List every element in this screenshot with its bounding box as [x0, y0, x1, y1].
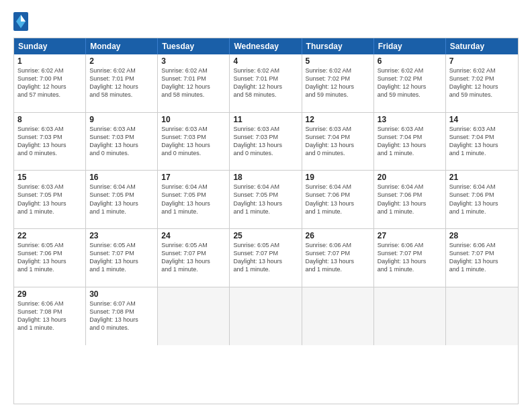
calendar-cell: 28Sunrise: 6:06 AM Sunset: 7:07 PM Dayli…	[446, 229, 518, 287]
cell-daylight-info: Sunrise: 6:03 AM Sunset: 7:03 PM Dayligh…	[89, 125, 154, 158]
calendar-cell: 3Sunrise: 6:02 AM Sunset: 7:01 PM Daylig…	[158, 54, 230, 112]
cell-daylight-info: Sunrise: 6:06 AM Sunset: 7:07 PM Dayligh…	[378, 241, 442, 274]
calendar-cell: 5Sunrise: 6:02 AM Sunset: 7:02 PM Daylig…	[302, 54, 374, 112]
calendar-cell: 16Sunrise: 6:04 AM Sunset: 7:05 PM Dayli…	[86, 171, 158, 228]
cell-daylight-info: Sunrise: 6:07 AM Sunset: 7:08 PM Dayligh…	[89, 300, 154, 332]
header-day-sunday: Sunday	[14, 38, 86, 54]
calendar-cell	[446, 287, 518, 346]
logo-icon	[13, 12, 28, 31]
cell-day-number: 23	[89, 231, 154, 240]
cell-daylight-info: Sunrise: 6:03 AM Sunset: 7:04 PM Dayligh…	[306, 125, 370, 158]
calendar-cell: 20Sunrise: 6:04 AM Sunset: 7:06 PM Dayli…	[374, 171, 446, 228]
cell-daylight-info: Sunrise: 6:03 AM Sunset: 7:03 PM Dayligh…	[17, 125, 82, 158]
cell-daylight-info: Sunrise: 6:02 AM Sunset: 7:01 PM Dayligh…	[161, 66, 226, 99]
cell-day-number: 12	[306, 115, 370, 124]
header-day-friday: Friday	[374, 38, 446, 54]
calendar-body: 1Sunrise: 6:02 AM Sunset: 7:00 PM Daylig…	[14, 54, 518, 404]
cell-daylight-info: Sunrise: 6:02 AM Sunset: 7:02 PM Dayligh…	[378, 66, 442, 99]
cell-day-number: 14	[449, 115, 515, 124]
calendar-cell	[302, 287, 374, 346]
cell-day-number: 24	[161, 231, 226, 240]
calendar-cell: 21Sunrise: 6:04 AM Sunset: 7:06 PM Dayli…	[446, 171, 518, 228]
cell-day-number: 6	[378, 56, 442, 66]
cell-daylight-info: Sunrise: 6:05 AM Sunset: 7:07 PM Dayligh…	[89, 241, 154, 274]
cell-day-number: 28	[449, 231, 515, 240]
cell-day-number: 15	[17, 173, 82, 182]
cell-daylight-info: Sunrise: 6:05 AM Sunset: 7:07 PM Dayligh…	[161, 241, 226, 274]
calendar: SundayMondayTuesdayWednesdayThursdayFrid…	[13, 38, 519, 404]
calendar-week-3: 15Sunrise: 6:03 AM Sunset: 7:05 PM Dayli…	[14, 171, 518, 229]
cell-day-number: 16	[89, 173, 154, 182]
cell-day-number: 3	[161, 56, 226, 66]
calendar-cell: 10Sunrise: 6:03 AM Sunset: 7:03 PM Dayli…	[158, 113, 230, 171]
cell-daylight-info: Sunrise: 6:02 AM Sunset: 7:01 PM Dayligh…	[233, 66, 298, 99]
calendar-header: SundayMondayTuesdayWednesdayThursdayFrid…	[14, 38, 518, 54]
cell-day-number: 17	[161, 173, 226, 182]
cell-day-number: 19	[306, 173, 370, 182]
calendar-cell: 23Sunrise: 6:05 AM Sunset: 7:07 PM Dayli…	[86, 229, 158, 287]
cell-day-number: 21	[449, 173, 515, 182]
cell-day-number: 18	[233, 173, 298, 182]
cell-day-number: 27	[378, 231, 442, 240]
calendar-cell: 14Sunrise: 6:03 AM Sunset: 7:04 PM Dayli…	[446, 113, 518, 171]
cell-daylight-info: Sunrise: 6:02 AM Sunset: 7:01 PM Dayligh…	[89, 66, 154, 99]
cell-daylight-info: Sunrise: 6:04 AM Sunset: 7:05 PM Dayligh…	[233, 183, 298, 216]
calendar-cell: 4Sunrise: 6:02 AM Sunset: 7:01 PM Daylig…	[230, 54, 302, 112]
calendar-week-5: 29Sunrise: 6:06 AM Sunset: 7:08 PM Dayli…	[14, 287, 518, 346]
cell-daylight-info: Sunrise: 6:04 AM Sunset: 7:06 PM Dayligh…	[449, 183, 515, 216]
calendar-week-1: 1Sunrise: 6:02 AM Sunset: 7:00 PM Daylig…	[14, 54, 518, 113]
cell-daylight-info: Sunrise: 6:02 AM Sunset: 7:02 PM Dayligh…	[449, 66, 515, 99]
cell-day-number: 29	[17, 289, 82, 299]
cell-day-number: 30	[89, 289, 154, 299]
calendar-cell: 11Sunrise: 6:03 AM Sunset: 7:03 PM Dayli…	[230, 113, 302, 171]
cell-day-number: 1	[17, 56, 82, 66]
cell-daylight-info: Sunrise: 6:04 AM Sunset: 7:06 PM Dayligh…	[306, 183, 370, 216]
calendar-cell: 8Sunrise: 6:03 AM Sunset: 7:03 PM Daylig…	[14, 113, 86, 171]
cell-day-number: 4	[233, 56, 298, 66]
cell-daylight-info: Sunrise: 6:03 AM Sunset: 7:04 PM Dayligh…	[378, 125, 442, 158]
calendar-cell	[374, 287, 446, 346]
cell-daylight-info: Sunrise: 6:05 AM Sunset: 7:07 PM Dayligh…	[233, 241, 298, 274]
cell-daylight-info: Sunrise: 6:04 AM Sunset: 7:05 PM Dayligh…	[161, 183, 226, 216]
calendar-cell: 15Sunrise: 6:03 AM Sunset: 7:05 PM Dayli…	[14, 171, 86, 228]
cell-day-number: 7	[449, 56, 515, 66]
calendar-cell: 9Sunrise: 6:03 AM Sunset: 7:03 PM Daylig…	[86, 113, 158, 171]
calendar-week-2: 8Sunrise: 6:03 AM Sunset: 7:03 PM Daylig…	[14, 113, 518, 171]
calendar-cell	[230, 287, 302, 346]
header-day-saturday: Saturday	[446, 38, 518, 54]
cell-day-number: 5	[306, 56, 370, 66]
calendar-week-4: 22Sunrise: 6:05 AM Sunset: 7:06 PM Dayli…	[14, 229, 518, 287]
header-day-tuesday: Tuesday	[158, 38, 230, 54]
cell-daylight-info: Sunrise: 6:03 AM Sunset: 7:04 PM Dayligh…	[449, 125, 515, 158]
calendar-cell: 29Sunrise: 6:06 AM Sunset: 7:08 PM Dayli…	[14, 287, 86, 346]
calendar-cell: 1Sunrise: 6:02 AM Sunset: 7:00 PM Daylig…	[14, 54, 86, 112]
header	[13, 12, 519, 31]
cell-daylight-info: Sunrise: 6:03 AM Sunset: 7:05 PM Dayligh…	[17, 183, 82, 216]
calendar-cell	[158, 287, 230, 346]
cell-daylight-info: Sunrise: 6:06 AM Sunset: 7:07 PM Dayligh…	[306, 241, 370, 274]
calendar-cell: 2Sunrise: 6:02 AM Sunset: 7:01 PM Daylig…	[86, 54, 158, 112]
calendar-cell: 7Sunrise: 6:02 AM Sunset: 7:02 PM Daylig…	[446, 54, 518, 112]
cell-day-number: 22	[17, 231, 82, 240]
calendar-cell: 6Sunrise: 6:02 AM Sunset: 7:02 PM Daylig…	[374, 54, 446, 112]
calendar-cell: 24Sunrise: 6:05 AM Sunset: 7:07 PM Dayli…	[158, 229, 230, 287]
calendar-cell: 30Sunrise: 6:07 AM Sunset: 7:08 PM Dayli…	[86, 287, 158, 346]
calendar-cell: 25Sunrise: 6:05 AM Sunset: 7:07 PM Dayli…	[230, 229, 302, 287]
calendar-cell: 19Sunrise: 6:04 AM Sunset: 7:06 PM Dayli…	[302, 171, 374, 228]
cell-daylight-info: Sunrise: 6:06 AM Sunset: 7:07 PM Dayligh…	[449, 241, 515, 274]
cell-day-number: 11	[233, 115, 298, 124]
calendar-cell: 18Sunrise: 6:04 AM Sunset: 7:05 PM Dayli…	[230, 171, 302, 228]
cell-daylight-info: Sunrise: 6:02 AM Sunset: 7:02 PM Dayligh…	[306, 66, 370, 99]
calendar-cell: 17Sunrise: 6:04 AM Sunset: 7:05 PM Dayli…	[158, 171, 230, 228]
cell-daylight-info: Sunrise: 6:06 AM Sunset: 7:08 PM Dayligh…	[17, 300, 82, 332]
cell-daylight-info: Sunrise: 6:03 AM Sunset: 7:03 PM Dayligh…	[233, 125, 298, 158]
cell-day-number: 25	[233, 231, 298, 240]
cell-daylight-info: Sunrise: 6:02 AM Sunset: 7:00 PM Dayligh…	[17, 66, 82, 99]
calendar-cell: 13Sunrise: 6:03 AM Sunset: 7:04 PM Dayli…	[374, 113, 446, 171]
cell-daylight-info: Sunrise: 6:04 AM Sunset: 7:05 PM Dayligh…	[89, 183, 154, 216]
cell-day-number: 9	[89, 115, 154, 124]
cell-day-number: 20	[378, 173, 442, 182]
cell-day-number: 2	[89, 56, 154, 66]
cell-daylight-info: Sunrise: 6:03 AM Sunset: 7:03 PM Dayligh…	[161, 125, 226, 158]
header-day-monday: Monday	[86, 38, 158, 54]
